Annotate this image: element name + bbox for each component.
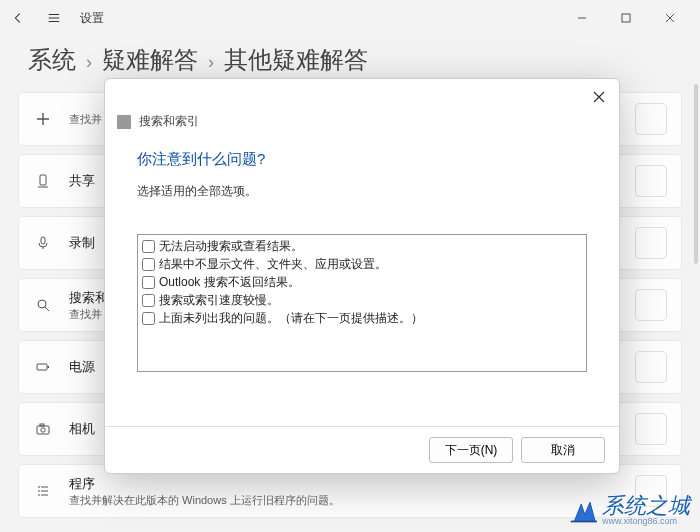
option-label: 搜索或索引速度较慢。 bbox=[159, 291, 279, 309]
watermark: 系统之城 www.xitong86.com bbox=[568, 495, 690, 526]
list-icon bbox=[33, 481, 53, 501]
svg-rect-0 bbox=[622, 14, 630, 22]
watermark-url: www.xitong86.com bbox=[602, 517, 690, 526]
run-button[interactable] bbox=[635, 351, 667, 383]
chevron-right-icon: › bbox=[86, 52, 92, 73]
run-button[interactable] bbox=[635, 103, 667, 135]
list-item-sub: 查找并解决在此版本的 Windows 上运行旧程序的问题。 bbox=[69, 493, 340, 508]
cancel-button[interactable]: 取消 bbox=[521, 437, 605, 463]
titlebar: 设置 bbox=[0, 0, 700, 36]
run-button[interactable] bbox=[635, 165, 667, 197]
svg-rect-5 bbox=[48, 366, 50, 368]
watermark-text: 系统之城 bbox=[602, 495, 690, 517]
option-checkbox[interactable] bbox=[142, 258, 155, 271]
mic-icon bbox=[33, 233, 53, 253]
list-item-title: 共享 bbox=[69, 172, 95, 190]
option-checkbox[interactable] bbox=[142, 276, 155, 289]
svg-rect-4 bbox=[37, 364, 47, 370]
option-checkbox[interactable] bbox=[142, 294, 155, 307]
close-button[interactable] bbox=[648, 2, 692, 34]
svg-point-7 bbox=[41, 428, 45, 432]
option-row[interactable]: 搜索或索引速度较慢。 bbox=[142, 291, 582, 309]
option-label: 结果中不显示文件、文件夹、应用或设置。 bbox=[159, 255, 387, 273]
list-item-title: 录制 bbox=[69, 234, 95, 252]
search-icon bbox=[33, 295, 53, 315]
dialog-question: 你注意到什么问题? bbox=[137, 150, 587, 169]
next-button[interactable]: 下一页(N) bbox=[429, 437, 513, 463]
option-row[interactable]: 结果中不显示文件、文件夹、应用或设置。 bbox=[142, 255, 582, 273]
svg-rect-1 bbox=[40, 175, 46, 185]
option-checkbox[interactable] bbox=[142, 240, 155, 253]
battery-icon bbox=[33, 357, 53, 377]
maximize-button[interactable] bbox=[604, 2, 648, 34]
scrollbar[interactable] bbox=[694, 84, 698, 264]
svg-point-3 bbox=[38, 300, 46, 308]
option-row[interactable]: 无法启动搜索或查看结果。 bbox=[142, 237, 582, 255]
list-item-title: 搜索和 bbox=[69, 289, 108, 307]
list-item-title: 电源 bbox=[69, 358, 95, 376]
options-box: 无法启动搜索或查看结果。 结果中不显示文件、文件夹、应用或设置。 Outlook… bbox=[137, 234, 587, 372]
breadcrumb-item[interactable]: 系统 bbox=[28, 44, 76, 76]
dialog-title: 搜索和索引 bbox=[139, 113, 199, 130]
option-checkbox[interactable] bbox=[142, 312, 155, 325]
back-button[interactable] bbox=[8, 8, 28, 28]
list-item-sub: 查找并 bbox=[69, 112, 102, 127]
dialog-close-button[interactable] bbox=[589, 87, 609, 107]
option-label: 上面未列出我的问题。（请在下一页提供描述。） bbox=[159, 309, 423, 327]
watermark-logo-icon bbox=[568, 497, 598, 525]
window-title: 设置 bbox=[80, 10, 104, 27]
share-icon bbox=[33, 171, 53, 191]
run-button[interactable] bbox=[635, 227, 667, 259]
list-item-title: 相机 bbox=[69, 420, 95, 438]
list-item-title: 程序 bbox=[69, 475, 340, 493]
window-icon bbox=[117, 115, 131, 129]
list-item-sub: 查找并 bbox=[69, 307, 108, 322]
svg-rect-8 bbox=[40, 424, 44, 426]
dialog-footer: 下一页(N) 取消 bbox=[105, 426, 619, 473]
svg-rect-6 bbox=[37, 426, 49, 434]
dialog-hint: 选择适用的全部选项。 bbox=[137, 183, 587, 200]
run-button[interactable] bbox=[635, 413, 667, 445]
option-label: 无法启动搜索或查看结果。 bbox=[159, 237, 303, 255]
option-row[interactable]: 上面未列出我的问题。（请在下一页提供描述。） bbox=[142, 309, 582, 327]
settings-window: 设置 系统 › 疑难解答 › 其他疑难解答 查找并 共享 录制 bbox=[0, 0, 700, 532]
chevron-right-icon: › bbox=[208, 52, 214, 73]
hamburger-button[interactable] bbox=[44, 8, 64, 28]
camera-icon bbox=[33, 419, 53, 439]
plus-icon bbox=[33, 109, 53, 129]
option-row[interactable]: Outlook 搜索不返回结果。 bbox=[142, 273, 582, 291]
svg-rect-2 bbox=[41, 237, 45, 244]
breadcrumb-item[interactable]: 疑难解答 bbox=[102, 44, 198, 76]
breadcrumb-current: 其他疑难解答 bbox=[224, 44, 368, 76]
dialog-header: 搜索和索引 bbox=[105, 79, 619, 136]
minimize-button[interactable] bbox=[560, 2, 604, 34]
run-button[interactable] bbox=[635, 289, 667, 321]
option-label: Outlook 搜索不返回结果。 bbox=[159, 273, 300, 291]
troubleshooter-dialog: 搜索和索引 你注意到什么问题? 选择适用的全部选项。 无法启动搜索或查看结果。 … bbox=[104, 78, 620, 474]
